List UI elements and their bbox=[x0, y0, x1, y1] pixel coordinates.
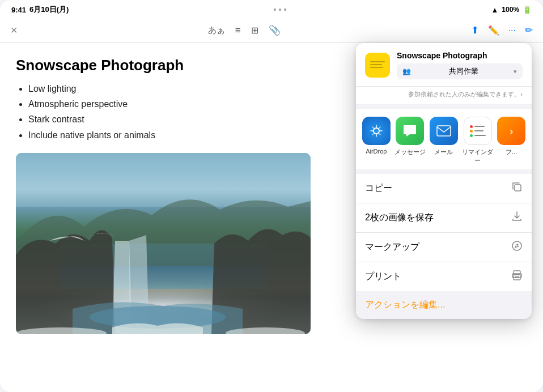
copy-svg bbox=[511, 181, 523, 193]
rem-dot-2 bbox=[470, 130, 473, 133]
share-apps-row: AirDrop メッセージ bbox=[360, 117, 527, 165]
share-app-more[interactable]: › フ... bbox=[495, 117, 527, 156]
battery-icon: 🔋 bbox=[523, 6, 532, 14]
more-icon-label: › bbox=[510, 125, 514, 138]
share-action-save-images[interactable]: 2枚の画像を保存 bbox=[356, 203, 532, 233]
share-note-title: Snowscape Photograph bbox=[397, 51, 523, 60]
back-icon[interactable]: ✕ bbox=[10, 25, 18, 36]
landscape-svg bbox=[16, 153, 311, 334]
status-dot-3 bbox=[284, 8, 286, 11]
save-svg bbox=[511, 211, 523, 222]
messages-icon bbox=[396, 117, 424, 145]
svg-rect-11 bbox=[515, 276, 519, 278]
note-image bbox=[16, 153, 311, 334]
svg-point-7 bbox=[512, 241, 521, 250]
status-bar: 9:41 6月10日(月) ▲ 100% 🔋 bbox=[0, 0, 543, 18]
share-edit-actions[interactable]: アクションを編集... bbox=[356, 291, 532, 319]
print-icon bbox=[511, 270, 523, 284]
rem-dot-3 bbox=[470, 134, 473, 137]
list-icon[interactable]: ≡ bbox=[235, 25, 241, 36]
toolbar-center: あぁ ≡ ⊞ 📎 bbox=[208, 24, 281, 36]
airdrop-svg bbox=[368, 123, 384, 139]
share-apps-section: AirDrop メッセージ bbox=[356, 109, 532, 169]
attachment-icon[interactable]: 📎 bbox=[269, 24, 281, 36]
share-note-line-2 bbox=[370, 64, 382, 65]
share-collab-select[interactable]: 👥 共同作業 ▾ bbox=[397, 63, 523, 79]
share-action-markup[interactable]: マークアップ bbox=[356, 233, 532, 262]
mail-icon bbox=[430, 117, 458, 145]
status-time: 9:41 bbox=[11, 6, 26, 14]
share-icon[interactable]: ⬆ bbox=[471, 24, 479, 36]
battery-percentage: 100% bbox=[502, 6, 519, 14]
rem-line-1 bbox=[474, 126, 485, 127]
airdrop-label: AirDrop bbox=[366, 148, 387, 155]
reminders-label: リマインダー bbox=[462, 148, 494, 165]
share-note-line-1 bbox=[370, 61, 385, 62]
share-app-messages[interactable]: メッセージ bbox=[394, 117, 426, 156]
markup-action-label: マークアップ bbox=[365, 241, 419, 253]
print-svg bbox=[511, 270, 523, 281]
share-action-copy[interactable]: コピー bbox=[356, 174, 532, 203]
messages-label: メッセージ bbox=[394, 148, 426, 156]
share-header: Snowscape Photograph 👥 共同作業 ▾ bbox=[356, 43, 532, 86]
wifi-icon: ▲ bbox=[491, 6, 498, 14]
rem-line-3 bbox=[474, 135, 486, 136]
reminders-list bbox=[466, 121, 489, 142]
print-label: プリント bbox=[365, 271, 401, 283]
status-dot-2 bbox=[279, 8, 281, 11]
copy-icon bbox=[511, 181, 523, 195]
share-collab-icon: 👥 bbox=[402, 67, 411, 75]
reminders-icon bbox=[464, 117, 492, 145]
edit-actions-label[interactable]: アクションを編集... bbox=[365, 300, 445, 309]
markup-action-icon bbox=[511, 240, 523, 254]
rem-row-1 bbox=[470, 125, 486, 128]
svg-rect-5 bbox=[437, 126, 451, 136]
chevron-down-icon: ▾ bbox=[514, 68, 517, 75]
share-app-airdrop[interactable]: AirDrop bbox=[360, 117, 392, 155]
copy-label: コピー bbox=[365, 182, 392, 194]
compose-icon[interactable]: ✏ bbox=[525, 24, 533, 36]
save-images-icon bbox=[511, 211, 523, 225]
share-note-icon bbox=[365, 53, 390, 78]
toolbar-left: ✕ bbox=[10, 25, 18, 36]
more-icon[interactable]: ··· bbox=[508, 25, 516, 36]
save-images-label: 2枚の画像を保存 bbox=[365, 212, 434, 224]
airdrop-icon bbox=[362, 117, 391, 145]
ipad-frame: 9:41 6月10日(月) ▲ 100% 🔋 ✕ あぁ ≡ ⊞ 📎 ⬆ ✏️ ·… bbox=[0, 0, 543, 392]
more-label: フ... bbox=[506, 148, 517, 156]
share-action-print[interactable]: プリント bbox=[356, 262, 532, 291]
svg-rect-8 bbox=[514, 271, 520, 275]
share-app-reminders[interactable]: リマインダー bbox=[462, 117, 494, 165]
status-bar-right: ▲ 100% 🔋 bbox=[491, 6, 532, 14]
share-note-line-3 bbox=[370, 67, 383, 68]
text-style-icon[interactable]: あぁ bbox=[208, 25, 225, 36]
rem-row-2 bbox=[470, 130, 486, 133]
share-app-mail[interactable]: メール bbox=[428, 117, 460, 156]
table-icon[interactable]: ⊞ bbox=[251, 25, 258, 36]
messages-svg bbox=[402, 123, 418, 138]
status-bar-center bbox=[274, 8, 286, 11]
rem-dot-1 bbox=[470, 125, 473, 128]
more-icon-app: › bbox=[497, 117, 525, 145]
share-note-lines bbox=[370, 61, 385, 70]
markup-svg bbox=[511, 240, 523, 252]
rem-row-3 bbox=[470, 134, 486, 137]
status-dot-1 bbox=[274, 8, 276, 11]
note-image-inner bbox=[16, 153, 311, 334]
markup-icon[interactable]: ✏️ bbox=[488, 25, 499, 36]
mail-label: メール bbox=[434, 148, 453, 156]
status-date: 6月10日(月) bbox=[29, 5, 69, 15]
share-permission-text[interactable]: 参加依頼された人のみが編集できます。› bbox=[356, 86, 532, 104]
toolbar: ✕ あぁ ≡ ⊞ 📎 ⬆ ✏️ ··· ✏ bbox=[0, 18, 543, 43]
svg-rect-0 bbox=[16, 153, 311, 207]
svg-rect-6 bbox=[515, 185, 521, 191]
share-actions: コピー 2枚の画像を保存 マークアップ bbox=[356, 174, 532, 291]
mail-svg bbox=[436, 125, 452, 137]
toolbar-right: ⬆ ✏️ ··· ✏ bbox=[471, 24, 533, 36]
share-note-info: Snowscape Photograph 👥 共同作業 ▾ bbox=[397, 51, 523, 79]
share-panel: Snowscape Photograph 👥 共同作業 ▾ 参加依頼された人のみ… bbox=[356, 43, 532, 319]
share-collab-label: 共同作業 bbox=[449, 66, 478, 76]
rem-line-2 bbox=[474, 130, 483, 131]
status-bar-left: 9:41 6月10日(月) bbox=[11, 5, 69, 15]
